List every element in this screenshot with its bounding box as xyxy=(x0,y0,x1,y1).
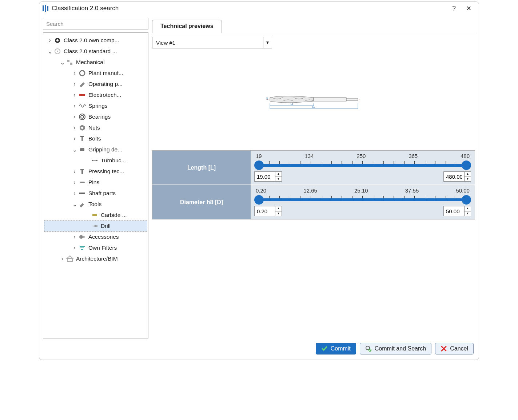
tree-expander-icon[interactable]: ⌄ xyxy=(59,59,65,66)
resistor-icon xyxy=(78,91,86,99)
tree-expander-icon[interactable]: ⌄ xyxy=(72,146,77,153)
tree-item-bolts[interactable]: ›Bolts xyxy=(44,133,147,144)
slider-handle-max[interactable] xyxy=(462,195,471,205)
svg-rect-29 xyxy=(80,246,85,247)
tree-item-class-2-0-standard[interactable]: ⌄Class 2.0 standard ... xyxy=(44,46,147,57)
spinner-buttons[interactable]: ▲▼ xyxy=(464,172,471,181)
tree-expander-icon[interactable]: › xyxy=(47,37,53,44)
tab-bar: Technical previews xyxy=(152,18,475,33)
tree-item-turnbuc[interactable]: Turnbuc... xyxy=(44,155,147,166)
tree-item-mechanical[interactable]: ⌄Mechanical xyxy=(44,57,147,68)
tree-expander-icon[interactable]: › xyxy=(59,255,65,262)
param-max-input[interactable]: ▲▼ xyxy=(443,171,471,182)
tree-expander-icon[interactable]: › xyxy=(72,92,77,98)
svg-rect-30 xyxy=(80,247,84,248)
svg-point-11 xyxy=(79,114,85,120)
tree-expander-icon[interactable]: › xyxy=(72,135,77,142)
spinner-buttons[interactable]: ▲▼ xyxy=(464,206,471,216)
param-min-input[interactable]: ▲▼ xyxy=(254,171,282,182)
tree-expander-icon[interactable]: › xyxy=(72,168,77,175)
svg-rect-16 xyxy=(80,136,84,137)
spinner-down-icon[interactable]: ▼ xyxy=(465,211,471,216)
close-button[interactable]: ✕ xyxy=(461,3,476,13)
spinner-up-icon[interactable]: ▲ xyxy=(465,172,471,177)
tree-expander-icon[interactable]: › xyxy=(72,81,77,87)
tree-expander-icon[interactable]: › xyxy=(72,190,77,197)
svg-rect-21 xyxy=(80,169,84,170)
view-combobox[interactable]: View #1 ▼ xyxy=(152,37,272,48)
tree-item-tools[interactable]: ⌄Tools xyxy=(44,199,147,210)
shaft-icon xyxy=(78,189,86,197)
svg-rect-35 xyxy=(314,98,346,101)
tree-item-label: Plant manuf... xyxy=(88,70,123,76)
tree-item-plant-manuf[interactable]: ›Plant manuf... xyxy=(44,68,147,79)
spinner-up-icon[interactable]: ▲ xyxy=(275,206,282,211)
tree-item-operating-p[interactable]: ›Operating p... xyxy=(44,79,147,90)
help-button[interactable]: ? xyxy=(447,3,461,13)
tree-item-label: Bolts xyxy=(88,135,101,142)
tree-expander-icon[interactable]: › xyxy=(72,245,77,251)
tree-item-label: Turnbuc... xyxy=(101,157,126,164)
spinner-up-icon[interactable]: ▲ xyxy=(465,206,471,211)
spinner-up-icon[interactable]: ▲ xyxy=(275,172,282,177)
tree-expander-icon[interactable]: › xyxy=(72,124,77,131)
tree-item-label: Mechanical xyxy=(76,59,104,66)
slider-handle-min[interactable] xyxy=(254,195,264,205)
check-icon xyxy=(321,345,328,352)
svg-point-28 xyxy=(83,236,85,238)
param-max-input[interactable]: ▲▼ xyxy=(443,206,471,216)
slider-handle-max[interactable] xyxy=(462,161,471,170)
svg-rect-23 xyxy=(80,182,85,183)
right-panel: Technical previews View #1 ▼ xyxy=(152,18,475,338)
tree-expander-icon[interactable]: › xyxy=(72,114,77,120)
commit-and-search-button[interactable]: Commit and Search xyxy=(360,343,431,354)
spinner-buttons[interactable]: ▲▼ xyxy=(275,206,282,216)
tree-item-nuts[interactable]: ›Nuts xyxy=(44,122,147,133)
slider-handle-min[interactable] xyxy=(254,161,264,170)
tree-item-springs[interactable]: ›Springs xyxy=(44,100,147,111)
tree-expander-icon[interactable]: ⌄ xyxy=(72,201,77,208)
commit-button[interactable]: Commit xyxy=(316,343,356,354)
drill-preview-image: L2 L1 d2 xyxy=(263,87,364,112)
spinner-down-icon[interactable]: ▼ xyxy=(275,211,282,216)
tree-item-drill[interactable]: Drill xyxy=(44,221,147,231)
svg-rect-0 xyxy=(43,5,44,11)
spring-icon xyxy=(78,102,86,110)
tree-item-pressing-tec[interactable]: ›Pressing tec... xyxy=(44,166,147,177)
tree-item-architecture-bim[interactable]: ›Architecture/BIM xyxy=(44,253,147,264)
tree-item-shaft-parts[interactable]: ›Shaft parts xyxy=(44,188,147,199)
search-check-icon xyxy=(365,345,372,352)
classification-tree[interactable]: ›Class 2.0 own comp...⌄Class 2.0 standar… xyxy=(43,32,148,338)
spinner-buttons[interactable]: ▲▼ xyxy=(275,172,282,181)
tree-item-class-2-0-own-comp[interactable]: ›Class 2.0 own comp... xyxy=(44,35,147,46)
chevron-down-icon[interactable]: ▼ xyxy=(263,37,272,48)
tree-item-gripping-de[interactable]: ⌄Gripping de... xyxy=(44,144,147,155)
param-row: Length [L]19134250365480▲▼▲▼ xyxy=(152,151,475,185)
svg-text:L2: L2 xyxy=(291,103,293,105)
search-input[interactable]: Search xyxy=(43,18,148,29)
tree-item-bearings[interactable]: ›Bearings xyxy=(44,111,147,122)
spinner-down-icon[interactable]: ▼ xyxy=(465,177,471,182)
param-min-input[interactable]: ▲▼ xyxy=(254,206,282,216)
tree-expander-icon[interactable]: ⌄ xyxy=(47,48,53,55)
mech-icon xyxy=(66,58,74,66)
accessories-icon xyxy=(78,233,86,241)
gear-light-icon xyxy=(53,47,61,55)
tree-expander-icon[interactable]: › xyxy=(72,179,77,186)
cancel-button[interactable]: Cancel xyxy=(435,343,474,354)
tree-expander-icon[interactable]: › xyxy=(72,103,77,109)
tree-expander-icon[interactable]: › xyxy=(72,234,77,240)
range-slider[interactable] xyxy=(254,160,471,169)
tree-item-accessories[interactable]: ›Accessories xyxy=(44,231,147,242)
tree-item-carbide[interactable]: Carbide ... xyxy=(44,210,147,221)
tree-expander-icon[interactable]: › xyxy=(72,70,77,76)
tab-technical-previews[interactable]: Technical previews xyxy=(152,20,222,33)
tree-item-pins[interactable]: ›Pins xyxy=(44,177,147,188)
tree-item-own-filters[interactable]: ›Own Filters xyxy=(44,242,147,253)
svg-point-14 xyxy=(81,127,83,129)
range-slider[interactable] xyxy=(254,194,471,204)
spinner-down-icon[interactable]: ▼ xyxy=(275,177,282,182)
svg-point-27 xyxy=(79,235,83,239)
tree-item-electrotech[interactable]: ›Electrotech... xyxy=(44,90,147,100)
turnbuckle-icon xyxy=(91,156,99,165)
